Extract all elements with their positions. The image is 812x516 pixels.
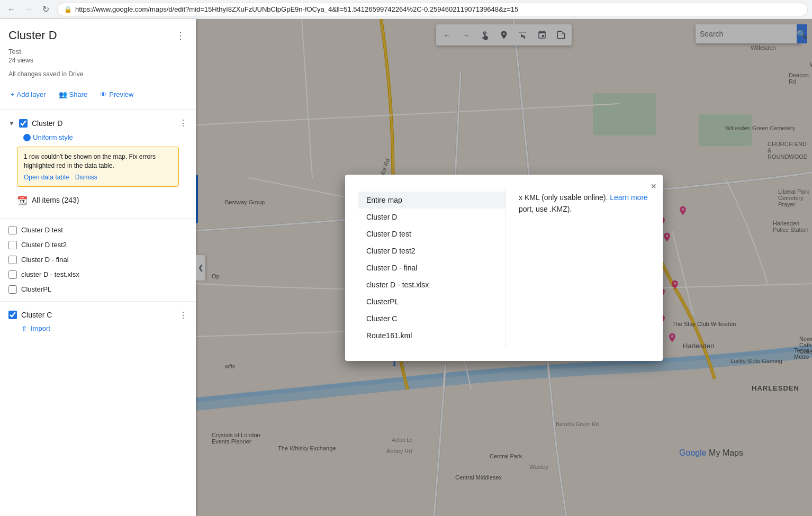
add-layer-button[interactable]: + Add layer — [8, 88, 48, 101]
dropdown-route161[interactable]: Route161.kml — [358, 327, 506, 344]
dropdown-cluster-d-xlsx[interactable]: cluster D - test.xlsx — [358, 276, 506, 293]
share-button[interactable]: 👥 Share — [57, 88, 90, 101]
layer-clusterpl: ClusterPL — [0, 282, 196, 297]
address-bar[interactable]: 🔒 https://www.google.com/maps/d/edit?mid… — [57, 3, 808, 16]
divider-1 — [0, 109, 196, 110]
open-data-table-link[interactable]: Open data table — [24, 174, 69, 181]
dropdown-entire-map[interactable]: Entire map — [358, 192, 506, 209]
warning-text: 1 row couldn't be shown on the map. Fix … — [24, 152, 172, 170]
url-text: https://www.google.com/maps/d/edit?mid=1… — [75, 5, 801, 13]
layer-cluster-d-checkbox[interactable] — [19, 119, 28, 128]
add-icon: + — [11, 90, 15, 98]
map-views: 24 views — [0, 57, 196, 68]
cluster-c-title: Cluster C — [21, 311, 175, 319]
preview-button[interactable]: 👁 Preview — [98, 88, 136, 101]
expand-cluster-d-button[interactable]: ▼ — [8, 120, 15, 127]
layer-cluster-d-test: Cluster D test — [0, 223, 196, 238]
layer-cluster-d-menu-button[interactable]: ⋮ — [179, 118, 187, 128]
export-modal: × Entire map Cluster D Cluster D test Cl… — [345, 175, 663, 361]
dropdown-cluster-c[interactable]: Cluster C — [358, 310, 506, 327]
cluster-d-final-checkbox[interactable] — [8, 256, 17, 264]
map-area[interactable]: ← → — [196, 19, 812, 516]
layer-cluster-d-final: Cluster D - final — [0, 252, 196, 267]
map-title: Cluster D — [8, 29, 57, 42]
layer-cluster-d-title: Cluster D — [32, 119, 175, 128]
share-icon: 👥 — [59, 90, 67, 98]
cluster-c-checkbox[interactable] — [8, 311, 17, 319]
learn-more-link[interactable]: Learn more — [610, 193, 648, 202]
sidebar-header: Cluster D ⋮ — [0, 19, 196, 48]
modal-description-2: port, use .KMZ). — [519, 203, 650, 215]
reload-button[interactable]: ↻ — [38, 2, 53, 17]
main-content: Cluster D ⋮ Test 24 views All changes sa… — [0, 19, 812, 516]
cluster-d-test2-label: Cluster D test2 — [21, 241, 187, 249]
dropdown-cluster-d-test2[interactable]: Cluster D test2 — [358, 242, 506, 259]
divider-3 — [0, 301, 196, 302]
warning-box: 1 row couldn't be shown on the map. Fix … — [17, 147, 179, 187]
clusterpl-checkbox[interactable] — [8, 285, 17, 294]
dropdown-cluster-d[interactable]: Cluster D — [358, 209, 506, 225]
dropdown-cluster-d-test[interactable]: Cluster D test — [358, 225, 506, 242]
layer-cluster-c: Cluster C ⋮ ⇧ Import — [0, 306, 196, 337]
uniform-style-badge[interactable]: Uniform style — [21, 132, 187, 142]
cluster-d-test-checkbox[interactable] — [8, 226, 17, 234]
lock-icon: 🔒 — [64, 6, 72, 13]
sidebar-menu-button[interactable]: ⋮ — [174, 28, 187, 43]
map-subtitle: Test — [0, 48, 196, 57]
cluster-d-xlsx-label: cluster D - test.xlsx — [21, 270, 187, 278]
eye-icon: 👁 — [100, 90, 107, 98]
all-items-label: All items (243) — [32, 196, 179, 204]
import-label[interactable]: Import — [31, 324, 50, 332]
cluster-d-final-label: Cluster D - final — [21, 256, 187, 264]
saved-status: All changes saved in Drive — [0, 68, 196, 84]
cluster-d-xlsx-checkbox[interactable] — [8, 270, 17, 279]
layer-cluster-d-xlsx: cluster D - test.xlsx — [0, 267, 196, 282]
modal-description: x KML (only usable online). Learn more — [519, 192, 650, 203]
back-button[interactable]: ← — [4, 2, 19, 17]
clusterpl-label: ClusterPL — [21, 285, 187, 293]
modal-body: Entire map Cluster D Cluster D test Clus… — [345, 175, 663, 361]
layer-cluster-d-header: ▼ Cluster D ⋮ — [8, 118, 187, 128]
modal-overlay[interactable]: × Entire map Cluster D Cluster D test Cl… — [196, 19, 812, 516]
dropdown-cluster-d-final[interactable]: Cluster D - final — [358, 259, 506, 276]
divider-2 — [0, 218, 196, 219]
browser-chrome: ← → ↻ 🔒 https://www.google.com/maps/d/ed… — [0, 0, 812, 19]
modal-left: Entire map Cluster D Cluster D test Clus… — [358, 187, 506, 348]
import-icon: ⇧ — [21, 324, 28, 333]
style-dot — [23, 134, 31, 141]
modal-close-button[interactable]: × — [651, 181, 656, 192]
layer-cluster-c-header: Cluster C ⋮ — [8, 310, 187, 320]
sidebar: Cluster D ⋮ Test 24 views All changes sa… — [0, 19, 196, 516]
cluster-d-test-label: Cluster D test — [21, 226, 187, 234]
cluster-c-menu-button[interactable]: ⋮ — [179, 310, 187, 320]
all-items-row[interactable]: 📆 All items (243) — [8, 191, 187, 210]
modal-right: x KML (only usable online). Learn more p… — [506, 187, 650, 348]
dropdown-clusterpl[interactable]: ClusterPL — [358, 293, 506, 310]
import-row: ⇧ Import — [8, 324, 187, 333]
layer-cluster-d: ▼ Cluster D ⋮ Uniform style 1 row couldn… — [0, 114, 196, 214]
pin-icon: 📆 — [17, 195, 28, 205]
sidebar-actions: + Add layer 👥 Share 👁 Preview — [0, 84, 196, 105]
cluster-d-test2-checkbox[interactable] — [8, 241, 17, 249]
layer-dropdown-list: Entire map Cluster D Cluster D test Clus… — [358, 187, 506, 348]
dismiss-link[interactable]: Dismiss — [75, 174, 97, 181]
layer-cluster-d-test2: Cluster D test2 — [0, 238, 196, 252]
nav-buttons: ← → ↻ — [4, 2, 53, 17]
forward-button[interactable]: → — [21, 2, 36, 17]
